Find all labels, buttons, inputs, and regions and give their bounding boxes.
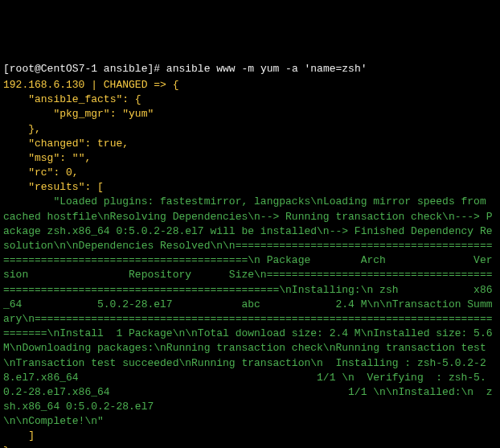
- prompt-symbol: ]#: [147, 63, 166, 75]
- host-result-line: 192.168.6.130 | CHANGED => {: [3, 79, 178, 91]
- json-msg: "msg": "",: [3, 152, 91, 164]
- json-changed: "changed": true,: [3, 138, 129, 150]
- json-ansible-facts-open: "ansible_facts": {: [3, 93, 141, 105]
- json-close: }: [3, 445, 10, 448]
- output-block: 192.168.6.130 | CHANGED => { "ansible_fa…: [3, 78, 497, 448]
- json-ansible-facts-close: },: [3, 123, 41, 135]
- json-results-content: "Loaded plugins: fastestmirror, langpack…: [3, 195, 498, 427]
- json-pkg-mgr: "pkg_mgr": "yum": [3, 108, 154, 120]
- command-text: ansible www -m yum -a 'name=zsh': [166, 63, 367, 75]
- json-rc: "rc": 0,: [3, 166, 79, 179]
- prompt-path: ansible: [104, 63, 148, 75]
- prompt-user: root@CentOS7-1: [10, 63, 97, 75]
- json-results-close: ]: [3, 430, 35, 442]
- command-line[interactable]: [root@CentOS7-1 ansible]# ansible www -m…: [3, 62, 497, 76]
- json-results-open: "results": [: [3, 181, 104, 193]
